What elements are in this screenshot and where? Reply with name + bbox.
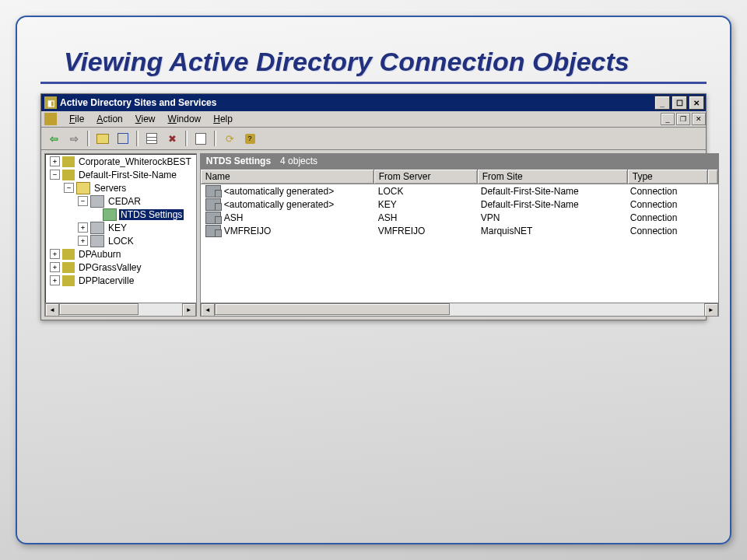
expand-icon[interactable]: + [50, 262, 60, 272]
collapse-icon[interactable]: − [78, 196, 88, 206]
menu-file[interactable]: File [63, 112, 90, 126]
mdi-restore-button[interactable]: ❐ [676, 113, 690, 125]
scroll-left-button[interactable]: ◄ [45, 303, 59, 317]
column-header[interactable]: From Site [478, 170, 628, 184]
properties-button[interactable] [142, 129, 161, 148]
back-button[interactable]: ⇦ [44, 129, 63, 148]
expand-icon[interactable]: + [50, 156, 60, 166]
expand-icon[interactable]: + [50, 249, 60, 259]
delete-button[interactable]: ✖ [163, 129, 181, 148]
tree-item[interactable]: −Default-First-Site-Name [45, 168, 196, 181]
toolbar: ⇦ ⇨ ✖ ⟳ ? [41, 128, 706, 150]
list-horizontal-scrollbar[interactable]: ◄ ► [201, 303, 718, 316]
tree-item[interactable]: +DPPlacerville [45, 274, 196, 287]
minimize-button[interactable]: _ [654, 96, 670, 110]
scroll-thumb[interactable] [59, 303, 139, 315]
mdi-minimize-button[interactable]: _ [661, 113, 675, 125]
close-button[interactable]: ✕ [689, 96, 704, 110]
tree-item-label: NTDS Settings [119, 209, 184, 220]
menu-view[interactable]: View [129, 112, 162, 126]
tree-item[interactable]: +LOCK [45, 234, 196, 247]
tree-horizontal-scrollbar[interactable]: ◄ ► [45, 303, 196, 316]
table-row[interactable]: <automatically generated>KEYDefault-Firs… [201, 198, 718, 211]
cell: KEY [374, 198, 476, 211]
table-row[interactable]: VMFREIJOVMFREIJOMarquisNETConnection [201, 224, 718, 237]
help-button[interactable]: ? [240, 129, 259, 148]
cell: Connection [626, 212, 705, 224]
window-title: Active Directory Sites and Services [60, 97, 654, 108]
toolbar-separator [214, 131, 216, 146]
tree-item[interactable]: +DPGrassValley [45, 261, 196, 274]
maximize-button[interactable]: ☐ [672, 96, 687, 110]
cell: VMFREIJO [374, 225, 476, 237]
cell: <automatically generated> [201, 198, 374, 212]
tree-item[interactable]: −CEDAR [45, 194, 196, 208]
cell-text: ASH [224, 212, 244, 223]
tree-item[interactable]: −Servers [45, 181, 196, 194]
column-header[interactable]: Name [201, 170, 374, 184]
menu-action[interactable]: Action [90, 112, 128, 126]
menu-window[interactable]: Window [162, 112, 208, 126]
table-row[interactable]: ASHASHVPNConnection [201, 211, 718, 224]
spacer-icon [92, 210, 100, 219]
app-window: ◧ Active Directory Sites and Services _ … [40, 93, 707, 320]
cell: ASH [374, 212, 476, 224]
app-icon: ◧ [44, 96, 57, 109]
tree-item-label: Default-First-Site-Name [77, 170, 178, 180]
tree-item-label: LOCK [107, 236, 135, 247]
tree-item-label: DPGrassValley [77, 262, 142, 273]
column-header[interactable]: Type [628, 170, 708, 184]
collapse-icon[interactable]: − [64, 183, 74, 193]
refresh-button[interactable]: ⟳ [220, 129, 239, 148]
scroll-left-button[interactable]: ◄ [201, 303, 215, 317]
cell: Connection [626, 198, 705, 211]
menu-help[interactable]: Help [207, 112, 239, 126]
up-button[interactable] [93, 129, 112, 148]
column-header[interactable]: From Server [374, 170, 478, 184]
toolbar-separator [136, 131, 139, 146]
forward-button[interactable]: ⇨ [65, 129, 83, 148]
menubar-icon [44, 113, 57, 125]
tree-item-label: DPPlacerville [77, 275, 135, 286]
cell: VMFREIJO [201, 224, 374, 238]
tree-item[interactable]: +Corporate_WhiterockBEST [45, 155, 196, 168]
cell-text: <automatically generated> [224, 186, 334, 197]
scroll-right-button[interactable]: ► [182, 303, 196, 317]
folder-icon [76, 182, 90, 194]
cell: Default-First-Site-Name [476, 198, 626, 211]
scroll-right-button[interactable]: ► [704, 303, 718, 317]
tree-item[interactable]: +KEY [45, 221, 196, 234]
server-icon [90, 235, 104, 247]
connection-icon [205, 225, 221, 237]
list-view: NameFrom ServerFrom SiteType <automatica… [200, 169, 719, 317]
connection-icon [205, 212, 221, 224]
settings-icon [103, 208, 117, 221]
expand-icon[interactable]: + [78, 236, 88, 246]
tree-item-label: Corporate_WhiterockBEST [77, 156, 193, 167]
cell: <automatically generated> [201, 184, 374, 198]
menubar: File Action View Window Help _ ❐ ✕ [41, 111, 706, 128]
client-area: +Corporate_WhiterockBEST−Default-First-S… [41, 150, 706, 320]
mdi-close-button[interactable]: ✕ [692, 113, 706, 125]
scroll-track[interactable] [215, 303, 704, 316]
table-row[interactable]: <automatically generated>LOCKDefault-Fir… [201, 184, 718, 198]
scroll-thumb[interactable] [215, 303, 450, 315]
view-button[interactable] [114, 129, 132, 148]
tree-item-label: KEY [107, 222, 128, 233]
expand-icon[interactable]: + [50, 275, 60, 285]
cell-text: <automatically generated> [224, 199, 334, 210]
tree-item[interactable]: NTDS Settings [45, 208, 196, 221]
slide-title: Viewing Active Directory Connection Obje… [40, 17, 707, 84]
sub-icon [62, 249, 75, 260]
collapse-icon[interactable]: − [50, 170, 60, 180]
tree-view[interactable]: +Corporate_WhiterockBEST−Default-First-S… [45, 154, 196, 288]
tree-item-label: CEDAR [107, 196, 142, 207]
sub-icon [62, 262, 75, 273]
scroll-track[interactable] [59, 303, 182, 316]
titlebar: ◧ Active Directory Sites and Services _ … [41, 94, 706, 111]
expand-icon[interactable]: + [78, 222, 88, 233]
export-button[interactable] [191, 129, 210, 148]
list-header: NTDS Settings 4 objects [200, 153, 719, 169]
connection-icon [205, 198, 221, 211]
tree-item[interactable]: +DPAuburn [45, 247, 196, 261]
